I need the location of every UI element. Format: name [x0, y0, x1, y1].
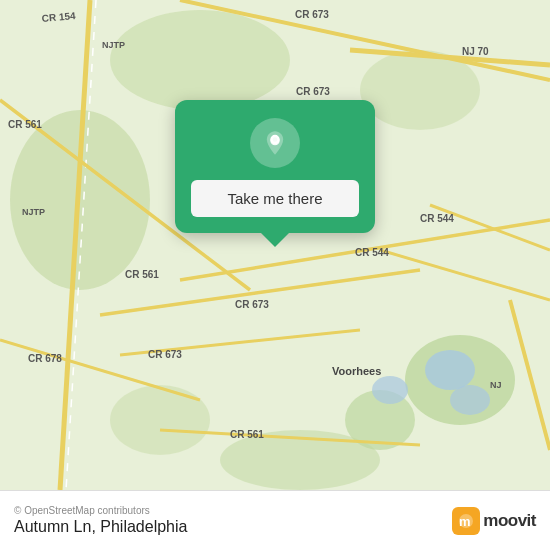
moovit-icon: m [452, 507, 480, 535]
svg-text:CR 544: CR 544 [420, 213, 454, 224]
svg-text:NJ: NJ [490, 380, 502, 390]
svg-text:CR 673: CR 673 [295, 9, 329, 20]
svg-text:Voorhees: Voorhees [332, 365, 381, 377]
svg-text:NJTP: NJTP [102, 40, 125, 50]
moovit-logo: m moovit [452, 507, 536, 535]
svg-text:CR 561: CR 561 [230, 429, 264, 440]
svg-point-9 [450, 385, 490, 415]
svg-point-6 [110, 385, 210, 455]
svg-text:NJ 70: NJ 70 [462, 46, 489, 57]
moovit-text: moovit [483, 511, 536, 531]
svg-text:CR 673: CR 673 [148, 349, 182, 360]
svg-text:CR 678: CR 678 [28, 353, 62, 364]
svg-text:CR 673: CR 673 [296, 86, 330, 97]
svg-text:CR 544: CR 544 [355, 247, 389, 258]
svg-text:CR 673: CR 673 [235, 299, 269, 310]
map: CR 154 NJTP CR 673 NJ 70 CR 561 CR 673 N… [0, 0, 550, 490]
svg-text:CR 561: CR 561 [125, 269, 159, 280]
svg-point-2 [110, 10, 290, 110]
svg-text:NJTP: NJTP [22, 207, 45, 217]
svg-text:m: m [459, 514, 471, 529]
svg-text:CR 561: CR 561 [8, 119, 42, 130]
location-pin-icon [250, 118, 300, 168]
svg-point-8 [425, 350, 475, 390]
bottom-bar: © OpenStreetMap contributors Autumn Ln, … [0, 490, 550, 550]
take-me-there-button[interactable]: Take me there [191, 180, 359, 217]
popup-card: Take me there [175, 100, 375, 233]
svg-point-10 [372, 376, 408, 404]
